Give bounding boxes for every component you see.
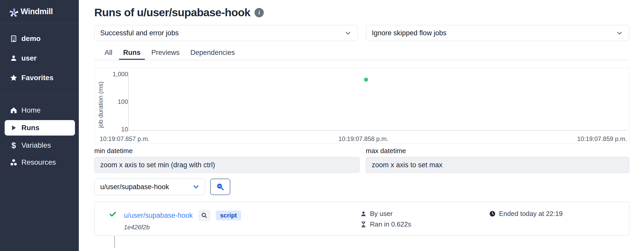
- duration-chart: job duration (ms) 1,000 100 10 10:19:07.…: [94, 68, 629, 144]
- page-header: Runs of u/user/supabase-hook i: [94, 6, 629, 19]
- chevron-down-icon: [192, 183, 200, 191]
- job-status-filter-select[interactable]: Successful and error jobs: [94, 25, 358, 41]
- run-by: By user: [370, 210, 393, 218]
- max-datetime-label: max datetime: [366, 147, 629, 155]
- star-icon: [10, 74, 18, 82]
- info-icon[interactable]: i: [255, 8, 264, 17]
- sidebar-item-favorites[interactable]: Favorites: [0, 68, 79, 88]
- min-datetime-label: min datetime: [94, 147, 360, 155]
- page-title: Runs of u/user/supabase-hook: [94, 6, 250, 19]
- run-path-link[interactable]: u/user/supabase-hook: [124, 212, 193, 220]
- script-path-picker-row: u/user/supabase-hook: [94, 179, 629, 195]
- hourglass-icon: [360, 221, 367, 228]
- main-content: Runs of u/user/supabase-hook i Successfu…: [79, 0, 644, 251]
- user-icon: [360, 211, 367, 217]
- boxes-icon: [10, 158, 18, 166]
- job-kind-badge: script: [216, 211, 241, 220]
- chart-y-tick: 1,000: [107, 71, 128, 78]
- chart-y-tick: 10: [107, 126, 128, 133]
- chevron-down-icon: [616, 29, 623, 37]
- app-name: Windmill: [21, 7, 53, 16]
- zoom-out-icon: [216, 182, 225, 191]
- chart-y-axis-label: job duration (ms): [97, 75, 104, 134]
- clock-icon: [489, 210, 496, 217]
- timeline-dashed-connector: [114, 236, 115, 248]
- max-datetime-input[interactable]: [366, 157, 629, 173]
- sidebar-item-runs[interactable]: Runs: [5, 120, 75, 136]
- tab-runs[interactable]: Runs: [119, 47, 145, 60]
- search-icon: [201, 212, 208, 219]
- sidebar-item-label: Runs: [21, 124, 39, 132]
- sidebar-nav: Home Runs $ Variables Resources: [0, 95, 79, 171]
- workspace-selector[interactable]: demo: [0, 29, 79, 48]
- tab-dependencies[interactable]: Dependencies: [186, 47, 239, 60]
- success-check-icon: [109, 210, 117, 219]
- chart-x-axis: 10:19:07.857 p.m. 10:19:07.858 p.m. 10:1…: [100, 135, 627, 143]
- sidebar-item-variables[interactable]: $ Variables: [0, 137, 79, 154]
- run-id: 1e426f2b: [124, 224, 241, 231]
- run-meta: By user Ran in 0.622s: [360, 210, 489, 228]
- inspect-run-button[interactable]: [198, 210, 210, 221]
- chart-y-tick: 100: [107, 98, 128, 105]
- run-row-main: u/user/supabase-hook script 1e426f2b: [109, 210, 360, 231]
- user-icon: [10, 54, 18, 62]
- script-path-value: u/user/supabase-hook: [100, 183, 169, 191]
- user-menu[interactable]: user: [0, 48, 79, 68]
- workspace-name: demo: [21, 35, 41, 43]
- flow-jobs-filter-value: Ignore skipped flow jobs: [372, 29, 447, 37]
- run-duration: Ran in 0.622s: [370, 220, 411, 228]
- run-ended-text: Ended today at 22:19: [499, 210, 563, 218]
- user-name: user: [21, 54, 37, 62]
- sidebar-item-resources[interactable]: Resources: [0, 154, 79, 171]
- chart-x-tick: 10:19:07.858 p.m.: [338, 135, 388, 143]
- sidebar-item-label: Home: [21, 106, 41, 114]
- chart-x-tick: 10:19:07.859 p.m.: [577, 135, 627, 143]
- chart-x-tick: 10:19:07.857 p.m.: [100, 135, 149, 143]
- job-kind-tabs: All Runs Previews Dependencies: [94, 47, 629, 60]
- tab-previews[interactable]: Previews: [147, 47, 184, 60]
- dollar-icon: $: [10, 141, 18, 149]
- script-path-select[interactable]: u/user/supabase-hook: [94, 179, 205, 195]
- search-runs-button[interactable]: [210, 179, 230, 195]
- min-datetime-input[interactable]: [94, 157, 360, 173]
- chart-plot-area[interactable]: [128, 72, 627, 131]
- workspace-section: demo user Favorites: [0, 23, 79, 95]
- play-icon: [10, 124, 18, 132]
- run-ended: Ended today at 22:19: [489, 210, 619, 218]
- app-logo[interactable]: Windmill: [0, 0, 79, 23]
- sidebar: Windmill demo user: [0, 0, 79, 251]
- chevron-down-icon: [344, 29, 352, 37]
- chart-data-point[interactable]: [364, 78, 368, 82]
- windmill-logo-icon: [9, 7, 17, 16]
- flow-jobs-filter-select[interactable]: Ignore skipped flow jobs: [366, 25, 630, 41]
- filters-row: Successful and error jobs Ignore skipped…: [94, 25, 629, 41]
- sidebar-item-home[interactable]: Home: [0, 102, 79, 119]
- datetime-filter-row: min datetime max datetime: [94, 147, 629, 173]
- home-icon: [10, 106, 18, 114]
- run-row[interactable]: u/user/supabase-hook script 1e426f2b By …: [94, 202, 629, 236]
- building-icon: [10, 35, 18, 43]
- tab-all[interactable]: All: [100, 47, 116, 60]
- favorites-label: Favorites: [21, 74, 54, 82]
- sidebar-item-label: Resources: [21, 158, 56, 166]
- sidebar-item-label: Variables: [21, 141, 51, 149]
- job-status-filter-value: Successful and error jobs: [100, 29, 179, 37]
